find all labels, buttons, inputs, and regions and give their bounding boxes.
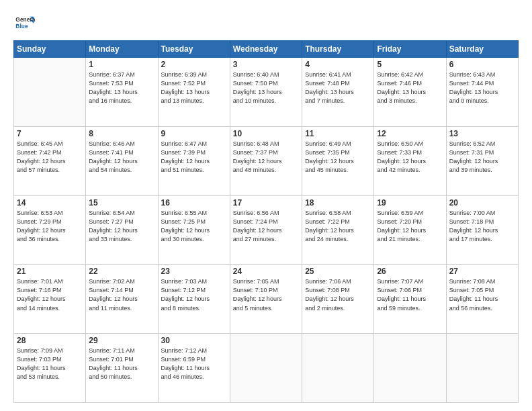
day-info: Sunrise: 6:45 AM Sunset: 7:42 PM Dayligh…: [17, 140, 83, 175]
calendar-cell: 12Sunrise: 6:50 AM Sunset: 7:33 PM Dayli…: [374, 126, 446, 195]
day-number: 30: [161, 336, 227, 345]
day-number: 8: [89, 129, 154, 138]
calendar-cell: 11Sunrise: 6:49 AM Sunset: 7:35 PM Dayli…: [302, 126, 374, 195]
calendar-cell: 8Sunrise: 6:46 AM Sunset: 7:41 PM Daylig…: [86, 126, 158, 195]
calendar-cell: 18Sunrise: 6:58 AM Sunset: 7:22 PM Dayli…: [302, 195, 374, 265]
calendar-cell: [302, 334, 374, 403]
calendar-week-0: 1Sunrise: 6:37 AM Sunset: 7:53 PM Daylig…: [14, 58, 519, 127]
day-number: 7: [17, 129, 83, 138]
day-number: 19: [377, 198, 443, 208]
calendar-cell: 3Sunrise: 6:40 AM Sunset: 7:50 PM Daylig…: [230, 58, 302, 127]
day-info: Sunrise: 7:05 AM Sunset: 7:10 PM Dayligh…: [233, 277, 299, 312]
calendar-cell: 26Sunrise: 7:07 AM Sunset: 7:06 PM Dayli…: [374, 265, 446, 334]
calendar-cell: 2Sunrise: 6:39 AM Sunset: 7:52 PM Daylig…: [158, 58, 230, 127]
calendar-cell: 20Sunrise: 7:00 AM Sunset: 7:18 PM Dayli…: [446, 195, 518, 265]
day-info: Sunrise: 6:54 AM Sunset: 7:27 PM Dayligh…: [89, 209, 154, 244]
day-info: Sunrise: 7:11 AM Sunset: 7:01 PM Dayligh…: [89, 347, 154, 381]
day-number: 22: [89, 267, 154, 276]
day-info: Sunrise: 6:40 AM Sunset: 7:50 PM Dayligh…: [233, 71, 299, 105]
calendar-cell: 5Sunrise: 6:42 AM Sunset: 7:46 PM Daylig…: [374, 58, 446, 127]
day-number: 28: [17, 336, 83, 345]
day-number: 18: [305, 198, 371, 208]
day-info: Sunrise: 6:46 AM Sunset: 7:41 PM Dayligh…: [89, 140, 154, 175]
day-number: 14: [17, 198, 83, 208]
calendar-cell: 21Sunrise: 7:01 AM Sunset: 7:16 PM Dayli…: [14, 265, 86, 334]
day-number: 12: [377, 129, 443, 138]
calendar-weekday-monday: Monday: [86, 41, 158, 58]
calendar-cell: 7Sunrise: 6:45 AM Sunset: 7:42 PM Daylig…: [14, 126, 86, 195]
day-info: Sunrise: 6:50 AM Sunset: 7:33 PM Dayligh…: [377, 140, 443, 175]
day-number: 26: [377, 267, 443, 276]
calendar-body: 1Sunrise: 6:37 AM Sunset: 7:53 PM Daylig…: [14, 58, 519, 403]
day-number: 17: [233, 198, 299, 208]
calendar-cell: 6Sunrise: 6:43 AM Sunset: 7:44 PM Daylig…: [446, 58, 518, 127]
calendar-cell: [14, 58, 86, 127]
calendar-cell: 17Sunrise: 6:56 AM Sunset: 7:24 PM Dayli…: [230, 195, 302, 265]
day-number: 9: [161, 129, 227, 138]
calendar-cell: 25Sunrise: 7:06 AM Sunset: 7:08 PM Dayli…: [302, 265, 374, 334]
day-number: 23: [161, 267, 227, 276]
calendar-week-3: 21Sunrise: 7:01 AM Sunset: 7:16 PM Dayli…: [14, 265, 519, 334]
day-number: 25: [305, 267, 371, 276]
calendar-cell: 28Sunrise: 7:09 AM Sunset: 7:03 PM Dayli…: [14, 334, 86, 403]
calendar-week-1: 7Sunrise: 6:45 AM Sunset: 7:42 PM Daylig…: [14, 126, 519, 195]
day-info: Sunrise: 6:56 AM Sunset: 7:24 PM Dayligh…: [233, 209, 299, 244]
calendar-cell: 27Sunrise: 7:08 AM Sunset: 7:05 PM Dayli…: [446, 265, 518, 334]
logo-icon: General Blue: [13, 12, 35, 34]
day-number: 21: [17, 267, 83, 276]
day-info: Sunrise: 6:41 AM Sunset: 7:48 PM Dayligh…: [305, 71, 371, 105]
calendar-cell: [230, 334, 302, 403]
day-number: 10: [233, 129, 299, 138]
day-info: Sunrise: 7:09 AM Sunset: 7:03 PM Dayligh…: [17, 347, 83, 381]
calendar-header-row: SundayMondayTuesdayWednesdayThursdayFrid…: [14, 41, 519, 58]
calendar-cell: [446, 334, 518, 403]
day-number: 3: [233, 60, 299, 69]
day-info: Sunrise: 6:37 AM Sunset: 7:53 PM Dayligh…: [89, 71, 154, 105]
day-info: Sunrise: 6:55 AM Sunset: 7:25 PM Dayligh…: [161, 209, 227, 244]
day-number: 5: [377, 60, 443, 69]
day-info: Sunrise: 7:01 AM Sunset: 7:16 PM Dayligh…: [17, 277, 83, 312]
day-info: Sunrise: 6:39 AM Sunset: 7:52 PM Dayligh…: [161, 71, 227, 105]
calendar-weekday-tuesday: Tuesday: [158, 41, 230, 58]
day-info: Sunrise: 6:43 AM Sunset: 7:44 PM Dayligh…: [449, 71, 515, 105]
day-number: 4: [305, 60, 371, 69]
calendar-cell: 22Sunrise: 7:02 AM Sunset: 7:14 PM Dayli…: [86, 265, 158, 334]
calendar-week-4: 28Sunrise: 7:09 AM Sunset: 7:03 PM Dayli…: [14, 334, 519, 403]
day-number: 29: [89, 336, 154, 345]
day-info: Sunrise: 6:42 AM Sunset: 7:46 PM Dayligh…: [377, 71, 443, 105]
day-number: 15: [89, 198, 154, 208]
day-info: Sunrise: 6:49 AM Sunset: 7:35 PM Dayligh…: [305, 140, 371, 175]
day-info: Sunrise: 6:53 AM Sunset: 7:29 PM Dayligh…: [17, 209, 83, 244]
calendar-cell: 23Sunrise: 7:03 AM Sunset: 7:12 PM Dayli…: [158, 265, 230, 334]
calendar-cell: 15Sunrise: 6:54 AM Sunset: 7:27 PM Dayli…: [86, 195, 158, 265]
calendar-weekday-thursday: Thursday: [302, 41, 374, 58]
day-info: Sunrise: 7:07 AM Sunset: 7:06 PM Dayligh…: [377, 277, 443, 312]
day-info: Sunrise: 6:58 AM Sunset: 7:22 PM Dayligh…: [305, 209, 371, 244]
calendar-cell: 14Sunrise: 6:53 AM Sunset: 7:29 PM Dayli…: [14, 195, 86, 265]
day-info: Sunrise: 7:08 AM Sunset: 7:05 PM Dayligh…: [449, 277, 515, 312]
svg-text:Blue: Blue: [15, 23, 28, 30]
calendar-cell: 4Sunrise: 6:41 AM Sunset: 7:48 PM Daylig…: [302, 58, 374, 127]
calendar-cell: 16Sunrise: 6:55 AM Sunset: 7:25 PM Dayli…: [158, 195, 230, 265]
day-number: 16: [161, 198, 227, 208]
calendar-cell: [374, 334, 446, 403]
calendar-cell: 30Sunrise: 7:12 AM Sunset: 6:59 PM Dayli…: [158, 334, 230, 403]
day-number: 1: [89, 60, 154, 69]
day-info: Sunrise: 7:03 AM Sunset: 7:12 PM Dayligh…: [161, 277, 227, 312]
day-number: 11: [305, 129, 371, 138]
day-info: Sunrise: 6:52 AM Sunset: 7:31 PM Dayligh…: [449, 140, 515, 175]
calendar-cell: 9Sunrise: 6:47 AM Sunset: 7:39 PM Daylig…: [158, 126, 230, 195]
calendar-cell: 13Sunrise: 6:52 AM Sunset: 7:31 PM Dayli…: [446, 126, 518, 195]
calendar-weekday-friday: Friday: [374, 41, 446, 58]
day-number: 20: [449, 198, 515, 208]
calendar-cell: 29Sunrise: 7:11 AM Sunset: 7:01 PM Dayli…: [86, 334, 158, 403]
day-info: Sunrise: 7:02 AM Sunset: 7:14 PM Dayligh…: [89, 277, 154, 312]
day-number: 6: [449, 60, 515, 69]
logo: General Blue: [13, 12, 38, 34]
day-number: 27: [449, 267, 515, 276]
day-info: Sunrise: 6:48 AM Sunset: 7:37 PM Dayligh…: [233, 140, 299, 175]
calendar-week-2: 14Sunrise: 6:53 AM Sunset: 7:29 PM Dayli…: [14, 195, 519, 265]
day-number: 2: [161, 60, 227, 69]
calendar-cell: 24Sunrise: 7:05 AM Sunset: 7:10 PM Dayli…: [230, 265, 302, 334]
calendar-weekday-wednesday: Wednesday: [230, 41, 302, 58]
